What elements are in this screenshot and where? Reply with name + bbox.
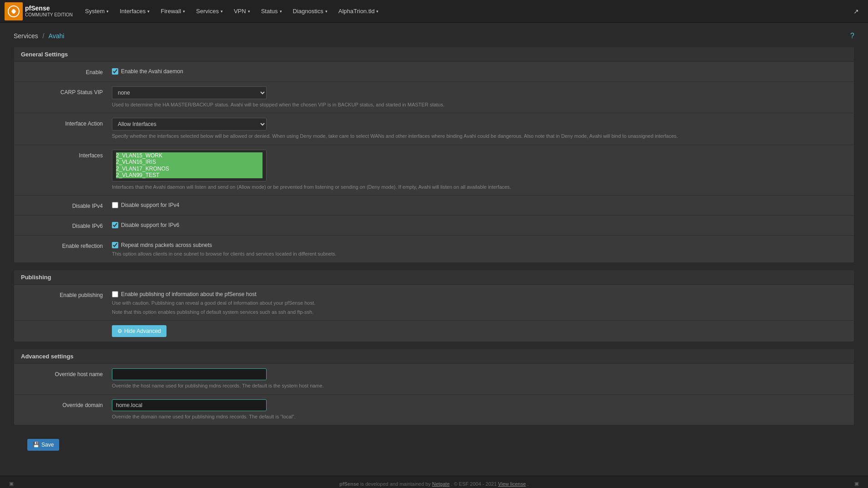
disable-ipv6-wrap: Disable support for IPv6 — [112, 220, 847, 228]
save-icon: 💾 — [33, 442, 40, 448]
enable-label: Enable — [21, 66, 112, 75]
publishing-title: Publishing — [21, 274, 847, 281]
interfaces-help: Interfaces that the Avahi daemon will li… — [112, 184, 847, 191]
footer-end: . — [527, 481, 529, 487]
nav-vpn-caret — [248, 9, 250, 14]
disable-ipv4-checkbox-label[interactable]: Disable support for IPv4 — [121, 202, 179, 208]
disable-ipv6-checkbox[interactable] — [112, 222, 118, 228]
nav-diagnostics[interactable]: Diagnostics — [288, 0, 333, 23]
interfaces-wrap: 2_VLAN15_WORK 2_VLAN16_IRIS 2_VLAN17_KRO… — [112, 150, 847, 191]
breadcrumb-current: Avahi — [49, 32, 65, 40]
nav-interfaces-caret — [147, 9, 150, 14]
brand[interactable]: pfSense COMMUNITY EDITION — [5, 2, 73, 20]
interfaces-row: Interfaces 2_VLAN15_WORK 2_VLAN16_IRIS 2… — [14, 145, 854, 196]
advanced-settings-body: Override host name Override the host nam… — [14, 364, 854, 425]
nav-firewall[interactable]: Firewall — [155, 0, 191, 23]
footer-pfsense: pfSense — [339, 481, 359, 487]
enable-publishing-label: Enable publishing — [21, 289, 112, 298]
enable-publishing-wrap: Enable publishing of information about t… — [112, 289, 847, 316]
breadcrumb: Services / Avahi — [14, 32, 64, 40]
disable-ipv4-label: Disable IPv4 — [21, 200, 112, 209]
nav-services[interactable]: Services — [191, 0, 228, 23]
brand-name: pfSense — [25, 5, 73, 12]
enable-checkbox[interactable] — [112, 68, 118, 75]
footer-netgate[interactable]: Netgate — [432, 481, 450, 487]
save-button[interactable]: 💾 Save — [27, 439, 59, 451]
enable-reflection-wrap: Repeat mdns packets across subnets This … — [112, 240, 847, 257]
footer-view-license[interactable]: View license — [498, 481, 526, 487]
footer-left-icon: ▣ — [9, 481, 14, 487]
nav-firewall-caret — [183, 9, 185, 14]
enable-publishing-checkbox[interactable] — [112, 291, 118, 297]
carp-wrap: none Used to determine the HA MASTER/BAC… — [112, 86, 847, 108]
nav-services-caret — [221, 9, 223, 14]
nav-status[interactable]: Status — [256, 0, 288, 23]
disable-ipv6-label: Disable IPv6 — [21, 220, 112, 229]
override-host-wrap: Override the host name used for publishi… — [112, 368, 847, 389]
enable-publishing-checkbox-label[interactable]: Enable publishing of information about t… — [121, 291, 257, 297]
enable-reflection-help: This option allows clients in one subnet… — [112, 251, 847, 257]
footer-copyright: . © ESF 2004 - 2021 — [451, 481, 498, 487]
override-domain-help: Override the domain name used for publis… — [112, 413, 847, 420]
enable-wrap: Enable the Avahi daemon — [112, 66, 847, 75]
carp-status-row: CARP Status VIP none Used to determine t… — [14, 82, 854, 113]
disable-ipv4-wrap: Disable support for IPv4 — [112, 200, 847, 208]
carp-help: Used to determine the HA MASTER/BACKUP s… — [112, 101, 847, 108]
nav-vpn[interactable]: VPN — [228, 0, 256, 23]
disable-ipv4-row: Disable IPv4 Disable support for IPv4 — [14, 196, 854, 216]
nav-system[interactable]: System — [80, 0, 114, 23]
enable-row: Enable Enable the Avahi daemon — [14, 62, 854, 82]
publishing-panel: Publishing Enable publishing Enable publ… — [14, 270, 854, 342]
navbar: pfSense COMMUNITY EDITION System Interfa… — [0, 0, 868, 23]
interface-action-wrap: Allow Interfaces Deny Interfaces Specify… — [112, 118, 847, 140]
enable-reflection-row: Enable reflection Repeat mdns packets ac… — [14, 236, 854, 262]
enable-checkbox-wrap: Enable the Avahi daemon — [112, 66, 847, 75]
breadcrumb-parent[interactable]: Services — [14, 32, 38, 40]
nav-alphatrion[interactable]: AlphaTrion.tld — [333, 0, 384, 23]
interfaces-select[interactable]: 2_VLAN15_WORK 2_VLAN16_IRIS 2_VLAN17_KRO… — [112, 150, 267, 181]
footer-right-icon: ▣ — [854, 481, 859, 487]
enable-publishing-help-2: Note that this option enables publishing… — [112, 309, 847, 316]
enable-reflection-label: Enable reflection — [21, 240, 112, 249]
footer-mid: is developed and maintained by — [360, 481, 432, 487]
nav-status-caret — [280, 9, 282, 14]
general-settings-body: Enable Enable the Avahi daemon CARP Stat… — [14, 62, 854, 262]
nav-system-caret — [106, 9, 109, 14]
disable-ipv6-checkbox-label[interactable]: Disable support for IPv6 — [121, 222, 179, 228]
nav-right-icon[interactable]: ↗ — [849, 0, 863, 23]
interface-action-row: Interface Action Allow Interfaces Deny I… — [14, 113, 854, 145]
gear-icon: ⚙ — [117, 328, 122, 334]
advanced-settings-heading: Advanced settings — [14, 349, 854, 364]
disable-ipv6-row: Disable IPv6 Disable support for IPv6 — [14, 216, 854, 236]
override-domain-row: Override domain Override the domain name… — [14, 395, 854, 425]
override-domain-label: Override domain — [21, 399, 112, 408]
general-settings-heading: General Settings — [14, 47, 854, 62]
interface-action-help: Specify whether the interfaces selected … — [112, 133, 847, 140]
navbar-right: ↗ — [849, 0, 863, 23]
save-row: 💾 Save — [14, 432, 854, 458]
override-host-input[interactable] — [112, 368, 267, 380]
disable-ipv4-checkbox[interactable] — [112, 202, 118, 208]
publishing-body: Enable publishing Enable publishing of i… — [14, 285, 854, 342]
help-icon[interactable]: ? — [850, 32, 854, 40]
override-domain-input[interactable] — [112, 399, 267, 411]
interface-action-select[interactable]: Allow Interfaces Deny Interfaces — [112, 118, 267, 131]
enable-reflection-checkbox-label[interactable]: Repeat mdns packets across subnets — [121, 242, 212, 248]
external-link-icon: ↗ — [853, 8, 859, 15]
enable-publishing-row: Enable publishing Enable publishing of i… — [14, 285, 854, 321]
enable-publishing-help-1: Use with caution. Publishing can reveal … — [112, 300, 847, 307]
general-settings-title: General Settings — [21, 51, 847, 58]
hide-advanced-button[interactable]: ⚙ Hide Advanced — [112, 325, 167, 337]
carp-status-select[interactable]: none — [112, 86, 267, 99]
enable-checkbox-label[interactable]: Enable the Avahi daemon — [121, 68, 183, 75]
override-domain-wrap: Override the domain name used for publis… — [112, 399, 847, 420]
brand-logo — [5, 2, 23, 20]
footer-text: pfSense is developed and maintained by N… — [339, 481, 529, 487]
nav-diagnostics-caret — [325, 9, 328, 14]
publishing-heading: Publishing — [14, 270, 854, 285]
nav-interfaces[interactable]: Interfaces — [114, 0, 155, 23]
override-host-label: Override host name — [21, 368, 112, 377]
enable-reflection-checkbox[interactable] — [112, 242, 118, 248]
hide-advanced-row: ⚙ Hide Advanced — [14, 321, 854, 342]
advanced-settings-panel: Advanced settings Override host name Ove… — [14, 349, 854, 425]
